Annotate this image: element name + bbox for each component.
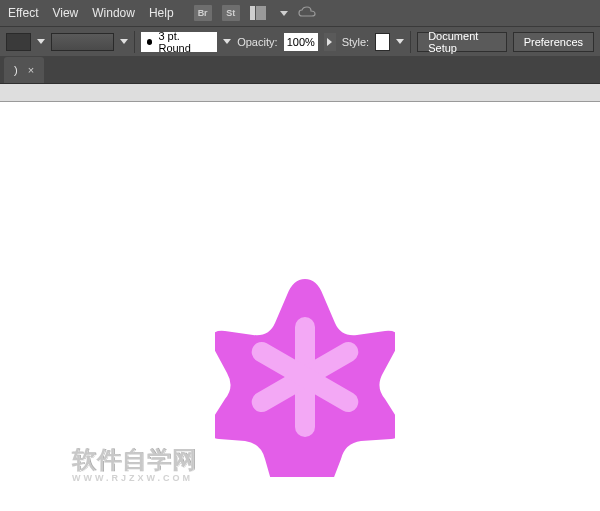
close-icon[interactable]: × xyxy=(28,64,34,76)
preferences-button[interactable]: Preferences xyxy=(513,32,594,52)
watermark-main: 软件自学网 xyxy=(72,448,197,472)
stroke-weight-value: 3 pt. Round xyxy=(158,30,211,54)
style-dropdown-icon[interactable] xyxy=(396,39,404,44)
menu-effect[interactable]: Effect xyxy=(8,6,38,20)
style-label: Style: xyxy=(342,36,370,48)
document-tab-strip: ) × xyxy=(0,56,600,84)
workspace-icon[interactable] xyxy=(250,6,268,20)
fill-dropdown-icon[interactable] xyxy=(37,39,45,44)
bridge-icon[interactable]: Br xyxy=(194,5,212,21)
stroke-dropdown-icon[interactable] xyxy=(120,39,128,44)
stroke-swatch[interactable] xyxy=(51,33,114,51)
stroke-weight-field[interactable]: 3 pt. Round xyxy=(141,32,217,52)
canvas[interactable]: 软件自学网 WWW.RJZXW.COM xyxy=(0,102,600,511)
separator xyxy=(134,31,135,53)
menu-bar: Effect View Window Help Br St xyxy=(0,0,600,26)
sync-icon[interactable] xyxy=(298,5,316,21)
opacity-label: Opacity: xyxy=(237,36,277,48)
menu-help[interactable]: Help xyxy=(149,6,174,20)
star-shape[interactable] xyxy=(215,277,395,477)
watermark: 软件自学网 WWW.RJZXW.COM xyxy=(72,448,197,483)
stroke-bullet-icon xyxy=(147,39,153,45)
options-bar: 3 pt. Round Opacity: 100% Style: Documen… xyxy=(0,26,600,56)
watermark-sub: WWW.RJZXW.COM xyxy=(72,474,197,483)
separator xyxy=(410,31,411,53)
style-swatch[interactable] xyxy=(375,33,390,51)
document-tab[interactable]: ) × xyxy=(4,57,44,83)
menu-window[interactable]: Window xyxy=(92,6,135,20)
workspace-dropdown-icon[interactable] xyxy=(280,11,288,16)
stroke-weight-dropdown-icon[interactable] xyxy=(223,39,231,44)
stock-icon[interactable]: St xyxy=(222,5,240,21)
opacity-flyout-button[interactable] xyxy=(324,33,336,51)
document-tab-label: ) xyxy=(14,64,18,76)
document-setup-button[interactable]: Document Setup xyxy=(417,32,507,52)
menu-view[interactable]: View xyxy=(52,6,78,20)
opacity-field[interactable]: 100% xyxy=(284,33,319,51)
fill-swatch[interactable] xyxy=(6,33,31,51)
horizontal-ruler xyxy=(0,84,600,102)
